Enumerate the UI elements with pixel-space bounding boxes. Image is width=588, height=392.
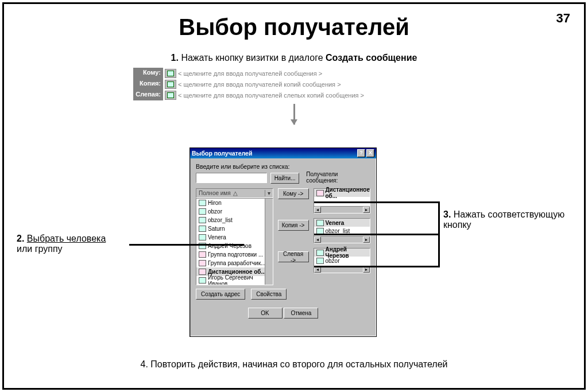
to-button[interactable]: Кому -> xyxy=(278,188,309,199)
field-placeholder[interactable]: < щелкните для ввода получателей слепых … xyxy=(178,92,364,99)
step-3: 3. Нажать соответствующую кнопку xyxy=(443,209,570,230)
address-book-icon[interactable] xyxy=(165,80,176,89)
contact-icon xyxy=(199,277,206,284)
list-item[interactable]: obzor_list xyxy=(196,216,273,224)
pointer-line xyxy=(438,201,440,267)
field-label: Слепая: xyxy=(133,90,163,100)
compose-row: Слепая:< щелкните для ввода получателей … xyxy=(133,90,455,100)
chevron-down-icon: ▾ xyxy=(265,190,273,196)
step-4: 4. Повторить действия, начиная со второг… xyxy=(4,359,584,370)
pointer-line xyxy=(314,201,438,203)
contact-icon xyxy=(199,234,206,240)
compose-fields-preview: Кому:< щелкните для ввода получателей со… xyxy=(133,68,455,100)
list-item[interactable]: obzor xyxy=(196,207,273,216)
recipient-item[interactable]: Venera xyxy=(314,219,370,227)
step-2: 2. Выбрать человека или группу xyxy=(17,234,131,254)
list-item[interactable]: Андрей Черезов xyxy=(196,242,273,250)
contact-icon xyxy=(199,208,206,215)
find-button[interactable]: Найти... xyxy=(270,173,300,184)
recipients-label: Получатели сообщения: xyxy=(306,171,370,184)
search-input[interactable] xyxy=(196,173,267,183)
contact-icon xyxy=(316,258,324,264)
pointer-line xyxy=(129,244,244,246)
cc-box[interactable]: Veneraobzor_list◂▸ xyxy=(314,218,371,243)
page-title: Выбор получателей xyxy=(4,14,584,40)
list-item[interactable]: Группа разработчик... xyxy=(196,259,273,267)
dialog-titlebar: Выбор получателей ? X xyxy=(190,148,376,158)
contact-icon xyxy=(199,217,206,223)
group-icon xyxy=(316,190,324,196)
field-placeholder[interactable]: < щелкните для ввода получателей копий с… xyxy=(178,81,341,88)
column-header-combo[interactable]: Полное имя△ ▾ xyxy=(196,188,273,198)
recipient-item[interactable]: Дистанционное об... xyxy=(314,189,370,197)
compose-row: Кому:< щелкните для ввода получателей со… xyxy=(133,68,455,79)
bcc-button[interactable]: Слепая -> xyxy=(278,251,309,262)
enter-or-select-label: Введите или выберите из списка: xyxy=(196,163,376,170)
page-number: 37 xyxy=(556,11,570,26)
address-book-icon[interactable] xyxy=(165,69,176,78)
ok-button[interactable]: OK xyxy=(248,308,283,319)
pointer-line xyxy=(314,234,438,235)
dialog-title: Выбор получателей xyxy=(192,150,252,157)
list-item[interactable]: Saturn xyxy=(196,224,273,233)
properties-button[interactable]: Свойства xyxy=(251,289,287,300)
group-icon xyxy=(199,251,206,258)
field-placeholder[interactable]: < щелкните для ввода получателей сообщен… xyxy=(178,70,322,77)
scrollbar[interactable] xyxy=(265,199,273,285)
contact-icon xyxy=(316,250,324,256)
to-box[interactable]: Дистанционное об...◂▸ xyxy=(314,188,371,214)
help-button[interactable]: ? xyxy=(357,149,365,157)
step-1: 1. Нажать кнопку визитки в диалоге Созда… xyxy=(4,53,584,63)
contact-icon xyxy=(199,226,206,232)
list-item[interactable]: Игорь Сергеевич Иванов xyxy=(196,276,273,285)
group-icon xyxy=(199,269,206,275)
contact-icon xyxy=(316,220,324,226)
compose-row: Копия:< щелкните для ввода получателей к… xyxy=(133,79,455,90)
list-item[interactable]: Hiron xyxy=(196,199,273,207)
cancel-button[interactable]: Отмена xyxy=(284,308,318,319)
recipient-picker-dialog: Выбор получателей ? X Введите или выбери… xyxy=(189,148,377,337)
bcc-box[interactable]: Андрей Черезовobzor◂▸ xyxy=(314,248,371,273)
list-item[interactable]: Venera xyxy=(196,233,273,242)
list-item[interactable]: Группа подготовки ... xyxy=(196,250,273,259)
group-icon xyxy=(199,260,206,266)
cc-button[interactable]: Копия -> xyxy=(278,220,309,231)
close-button[interactable]: X xyxy=(366,149,374,157)
field-label: Копия: xyxy=(133,79,163,90)
contact-icon xyxy=(316,228,324,234)
recipient-item[interactable]: Андрей Черезов xyxy=(314,249,370,257)
pointer-line xyxy=(314,266,438,267)
create-address-button[interactable]: Создать адрес xyxy=(196,289,245,300)
address-book-icon[interactable] xyxy=(165,91,176,100)
arrow-down-icon xyxy=(293,104,295,125)
address-list[interactable]: Hironobzorobzor_listSaturnVeneraАндрей Ч… xyxy=(196,198,273,285)
field-label: Кому: xyxy=(133,68,163,79)
contact-icon xyxy=(199,200,206,206)
